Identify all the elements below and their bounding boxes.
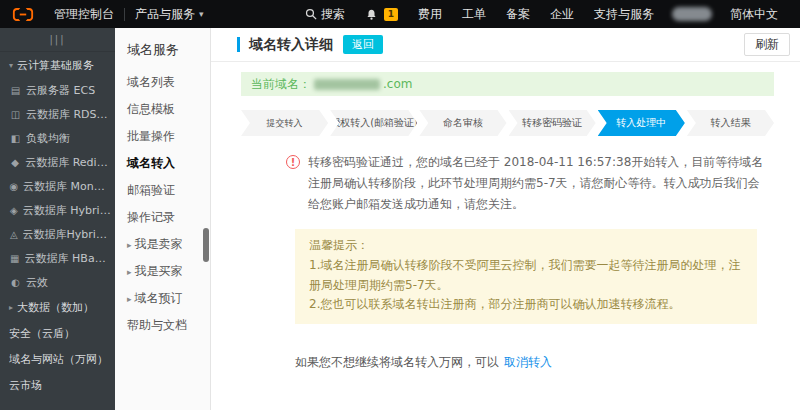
topbar-right: 搜索 1 费用工单备案企业支持与服务 简体中文 — [295, 0, 800, 28]
topbar-nav-item[interactable]: 费用 — [408, 0, 452, 28]
console-home-link[interactable]: 管理控制台 — [44, 0, 124, 28]
progress-step-label: 提交转入 — [267, 118, 303, 128]
product-icon: ◆ — [9, 157, 21, 168]
sidebar-item[interactable]: ◐云效 — [0, 270, 115, 294]
chevron-down-icon: ▾ — [199, 9, 204, 19]
menu-item[interactable]: 信息模板 — [115, 96, 210, 123]
notifications-button[interactable]: 1 — [355, 0, 408, 28]
aliyun-logo-icon[interactable] — [0, 7, 44, 22]
bell-icon — [365, 8, 378, 21]
menu-item-label: 域名预订 — [135, 291, 183, 305]
tip-lines: 1.域名注册局确认转移阶段不受阿里云控制，我们需要一起等待注册局的处理，注册局处… — [309, 256, 743, 315]
sidebar-item[interactable]: ▾云计算基础服务 — [0, 52, 115, 78]
progress-step: 转移密码验证 — [509, 110, 596, 136]
cancel-transfer-link[interactable]: 取消转入 — [504, 355, 552, 369]
transfer-progress-steps: 提交转入授权转入(邮箱验证)命名审核转移密码验证转入处理中转入结果 — [241, 110, 774, 136]
sidebar-item[interactable]: 域名与网站（万网） — [0, 346, 115, 372]
progress-step-label: 转入结果 — [710, 117, 750, 128]
sidebar-item-label: 云数据库 MongoDB 版 — [23, 179, 111, 194]
sidebar-item[interactable]: ◆云数据库 Redis 版 — [0, 150, 115, 174]
sidebar-item[interactable]: 安全（云盾） — [0, 320, 115, 346]
tip-line: 1.域名注册局确认转移阶段不受阿里云控制，我们需要一起等待注册局的处理，注册局处… — [309, 256, 743, 296]
progress-step: 转入结果 — [687, 110, 774, 136]
sidebar-item[interactable]: ▦云数据库 HBase 版 — [0, 246, 115, 270]
sidebar-item[interactable]: ◧负载均衡 — [0, 126, 115, 150]
topbar-nav-item[interactable]: 备案 — [496, 0, 540, 28]
cancel-row: 如果您不想继续将域名转入万网，可以取消转入 — [295, 354, 800, 371]
sidebar-item[interactable]: ▸大数据（数加） — [0, 294, 115, 320]
menu-item[interactable]: 帮助与文档 — [115, 312, 210, 339]
domain-redacted — [314, 79, 380, 90]
language-switcher[interactable]: 简体中文 — [720, 0, 788, 28]
sidebar-item-label: 云数据库 HybridDB f... — [23, 203, 111, 218]
progress-step: 命名审核 — [419, 110, 506, 136]
menu-item-label: 我是卖家 — [135, 237, 183, 251]
topbar-nav-item[interactable]: 企业 — [540, 0, 584, 28]
products-menu[interactable]: 产品与服务 ▾ — [125, 0, 214, 28]
caret-icon: ▸ — [9, 303, 13, 312]
sidebar-item[interactable]: ◈云数据库 HybridDB f... — [0, 198, 115, 222]
menu-item[interactable]: ▸我是卖家 — [115, 231, 210, 258]
menu-item-label: 邮箱验证 — [127, 183, 175, 197]
menu-item[interactable]: ▸我是买家 — [115, 258, 210, 285]
menu-scrollbar-thumb[interactable] — [203, 228, 209, 262]
back-button[interactable]: 返回 — [343, 35, 383, 54]
sidebar-collapse-handle[interactable]: ||| — [0, 28, 115, 52]
transfer-status-notice: ! 转移密码验证通过，您的域名已经于 2018-04-11 16:57:38开始… — [286, 152, 770, 215]
warning-icon: ! — [286, 155, 300, 169]
product-icon: ◬ — [9, 229, 19, 240]
search-button[interactable]: 搜索 — [295, 0, 355, 28]
menu-item[interactable]: 域名列表 — [115, 69, 210, 96]
product-icon: ▦ — [9, 253, 21, 264]
sidebar-item[interactable]: ◫云数据库 RDS 版 — [0, 102, 115, 126]
menu-item-label: 我是买家 — [135, 264, 183, 278]
sidebar-item[interactable]: ▤云服务器 ECS — [0, 78, 115, 102]
product-sidebar: ||| ▾云计算基础服务▤云服务器 ECS◫云数据库 RDS 版◧负载均衡◆云数… — [0, 28, 115, 410]
page-header: 域名转入详细 返回 刷新 — [211, 28, 800, 62]
menu-item[interactable]: 邮箱验证 — [115, 177, 210, 204]
menu-item[interactable]: ▸域名预订 — [115, 285, 210, 312]
caret-icon: ▾ — [9, 61, 13, 70]
menu-item[interactable]: 操作记录 — [115, 204, 210, 231]
sidebar-item-label: 域名与网站（万网） — [9, 352, 108, 367]
product-icon: ◈ — [9, 205, 19, 216]
notification-badge: 1 — [384, 8, 398, 21]
menu-item-label: 批量操作 — [127, 129, 175, 143]
avatar[interactable] — [672, 7, 712, 21]
progress-step-label: 转移密码验证 — [522, 117, 582, 128]
progress-step-label: 转入处理中 — [616, 117, 666, 128]
sidebar-item[interactable]: ◬云数据库HybridDB fo... — [0, 222, 115, 246]
progress-step: 提交转入 — [241, 110, 328, 136]
refresh-button[interactable]: 刷新 — [744, 33, 790, 56]
sidebar-item-label: 云计算基础服务 — [17, 58, 94, 73]
caret-icon: ▸ — [127, 240, 132, 250]
progress-step: 授权转入(邮箱验证) — [330, 110, 417, 136]
sidebar-item[interactable]: 云市场 — [0, 372, 115, 398]
progress-step-label: 命名审核 — [443, 117, 483, 128]
sidebar-item-label: 云服务器 ECS — [26, 83, 95, 98]
cancel-text: 如果您不想继续将域名转入万网，可以 — [295, 355, 499, 369]
product-nav: ▾云计算基础服务▤云服务器 ECS◫云数据库 RDS 版◧负载均衡◆云数据库 R… — [0, 52, 115, 398]
domain-suffix: .com — [383, 77, 412, 91]
topbar-nav-item[interactable]: 支持与服务 — [584, 0, 664, 28]
current-domain-bar: 当前域名： .com — [241, 72, 774, 96]
sidebar-item-label: 云数据库 RDS 版 — [26, 107, 111, 122]
menu-item-label: 域名转入 — [127, 156, 175, 170]
product-icon: ◫ — [9, 109, 22, 120]
search-label: 搜索 — [321, 6, 345, 23]
topbar-left: 管理控制台 产品与服务 ▾ — [0, 0, 214, 28]
progress-step: 转入处理中 — [598, 110, 685, 136]
search-icon — [305, 8, 317, 20]
topbar: 管理控制台 产品与服务 ▾ 搜索 1 费用工单备案企业支持与服务 简体中文 — [0, 0, 800, 28]
product-icon: ◧ — [9, 133, 22, 144]
tip-title: 温馨提示： — [309, 236, 743, 256]
sidebar-item[interactable]: ◉云数据库 MongoDB 版 — [0, 174, 115, 198]
sidebar-item-label: 云效 — [26, 275, 48, 290]
sidebar-item-label: 云数据库HybridDB fo... — [23, 227, 111, 242]
menu-item[interactable]: 批量操作 — [115, 123, 210, 150]
topbar-nav-item[interactable]: 工单 — [452, 0, 496, 28]
menu-item[interactable]: 域名转入 — [115, 150, 210, 177]
menu-nav: 域名列表信息模板批量操作域名转入邮箱验证操作记录▸我是卖家▸我是买家▸域名预订帮… — [115, 69, 210, 339]
products-menu-label: 产品与服务 — [135, 6, 195, 23]
progress-step-label: 授权转入(邮箱验证) — [330, 117, 417, 128]
